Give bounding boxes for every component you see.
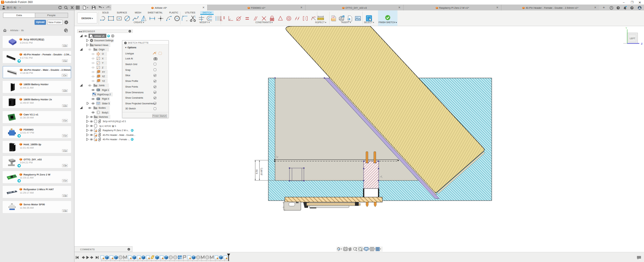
svg-text:(6.087): (6.087) [260,168,263,175]
svg-text:Slider 5: Slider 5 [102,102,110,105]
svg-text:YZ: YZ [102,80,105,82]
svg-text:LEFT: LEFT [630,37,635,40]
svg-text:3s1p 버터리(예상) v2:1: 3s1p 버터리(예상) v2:1 [103,120,126,123]
svg-text:Joints: Joints [99,84,105,87]
svg-text:XY: XY [102,71,105,73]
svg-text:6.50: 6.50 [256,169,258,174]
svg-text:Z: Z [102,66,103,69]
svg-text:Rigid 1: Rigid 1 [102,89,109,92]
svg-text:O: O [102,53,104,55]
svg-text:Y: Y [626,27,627,29]
svg-text:임시 버터리 팔:1: 임시 버터리 팔:1 [99,125,116,127]
svg-text:?: ? [631,6,633,9]
svg-text:Z: Z [641,42,643,45]
svg-text:Sketches: Sketches [99,116,108,118]
svg-text:X: X [102,57,104,60]
svg-text:Raspberry Pi Zero 2 W v...: Raspberry Pi Zero 2 W v... [103,129,129,132]
svg-text:Document Settings: Document Settings [94,39,114,42]
svg-text:SVG: SVG [332,18,336,20]
svg-text:Origin: Origin [99,48,105,51]
svg-text:40-Pin Header - Male - Double.: 40-Pin Header - Male - Double... [103,134,136,136]
svg-text:RigidGroup 2: RigidGroup 2 [97,93,111,96]
svg-text:XZ: XZ [102,75,105,77]
svg-text:Y: Y [102,62,104,64]
svg-text:AiMate v5: AiMate v5 [94,35,104,37]
svg-text:Rigid 4: Rigid 4 [102,98,109,100]
svg-text:Named Views: Named Views [94,44,108,46]
svg-text:Body1: Body1 [102,111,108,114]
svg-text:Bodies: Bodies [99,107,106,109]
svg-text:40-Pin Header - Female -...: 40-Pin Header - Female -... [103,138,130,141]
